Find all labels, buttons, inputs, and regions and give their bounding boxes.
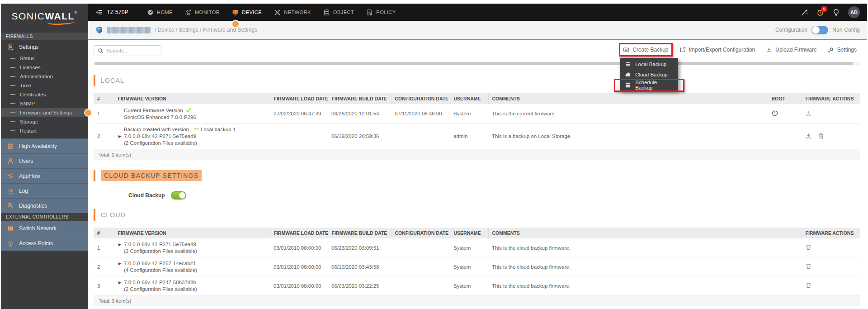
dash-icon <box>10 67 15 68</box>
menu-item-local-backup[interactable]: Local Backup <box>620 59 678 69</box>
search-icon <box>98 48 104 54</box>
delete-trash-icon[interactable] <box>805 263 812 270</box>
backup-tag-dash-icon <box>194 128 198 130</box>
search-input[interactable] <box>106 48 157 53</box>
cloud-backup-toggle-label: Cloud Backup <box>128 192 165 199</box>
sidebar-item-label: Settings <box>19 44 38 50</box>
search-box[interactable] <box>94 45 161 56</box>
upload-firmware-icon <box>766 47 772 53</box>
dash-icon <box>10 112 15 113</box>
menu-item-label: Schedule Backup <box>635 80 674 90</box>
notifications-alarm-icon[interactable]: 9 <box>816 9 824 16</box>
sidebar-item-diagnostics[interactable]: Diagnostics <box>1 198 88 213</box>
configuration-label: Configuration <box>775 27 807 33</box>
download-firmware-icon[interactable] <box>805 133 812 139</box>
annotation-click-dot-device <box>232 21 239 27</box>
menu-item-schedule-backup[interactable]: Schedule Backup <box>620 80 678 90</box>
nav-item-label: OBJECT <box>333 10 354 15</box>
expand-row-icon[interactable]: ▶ <box>118 134 121 138</box>
network-icon <box>274 9 281 16</box>
username: System <box>450 257 488 276</box>
configuration-files-available: (3 Configuration Files available) <box>124 248 266 254</box>
create-backup-button[interactable]: Create Backup Local Backup Cloud Backup <box>623 47 668 53</box>
expand-row-icon[interactable]: ▶ <box>118 280 121 285</box>
dash-icon <box>10 130 15 131</box>
delete-trash-icon[interactable] <box>805 244 812 251</box>
nav-item-network[interactable]: NETWORK <box>274 9 311 16</box>
upload-firmware-button[interactable]: Upload Firmware <box>766 47 816 53</box>
row-number: 2 <box>94 257 114 276</box>
configuration-date <box>391 257 450 276</box>
expand-row-icon[interactable]: ▶ <box>118 261 121 266</box>
sidebar-item-snmp[interactable]: SNMP <box>1 99 88 108</box>
config-mode-toggle[interactable] <box>811 26 828 34</box>
backup-tag-label: Local backup 1 <box>201 127 236 132</box>
device-name[interactable]: TZ 570P <box>95 9 128 16</box>
firmware-build-date: 06/03/2020 03:22:25 <box>328 276 391 295</box>
sidebar-item-administration[interactable]: Administration <box>1 72 88 81</box>
collapse-menu-icon[interactable] <box>95 9 103 16</box>
breadcrumb-bar: / Device / Settings / Firmware and Setti… <box>88 21 867 40</box>
table-row: 1 Current Firmware Version SonicOS Enhan… <box>94 104 860 124</box>
lightbulb-icon[interactable] <box>832 9 840 16</box>
sidebar-item-storage[interactable]: Storage <box>1 117 88 126</box>
logo-text-sonic: SONIC <box>11 11 45 21</box>
high-availability-icon <box>7 143 14 150</box>
nav-item-home[interactable]: HOME <box>147 9 173 16</box>
sidebar-item-access-points[interactable]: Access Points <box>1 236 88 251</box>
table-header-row: # FIRMWARE VERSION FIRMWARE LOAD DATE FI… <box>94 93 860 104</box>
sidebar-item-settings[interactable]: Settings <box>1 40 88 54</box>
appflow-icon <box>7 172 14 180</box>
menu-item-label: Cloud Backup <box>635 72 668 77</box>
username: admin <box>450 124 488 149</box>
boot-cell <box>768 124 802 149</box>
delete-trash-icon[interactable] <box>818 133 825 139</box>
row-number: 3 <box>94 276 114 295</box>
nav-item-object[interactable]: OBJECT <box>323 9 354 16</box>
nav-item-policy[interactable]: POLICY <box>366 9 396 16</box>
sidebar-item-certificates[interactable]: Certificates <box>1 90 88 99</box>
toolbar: Create Backup Local Backup Cloud Backup <box>94 45 860 58</box>
scrollbar-thumb[interactable] <box>94 62 853 65</box>
column-header: FIRMWARE BUILD DATE <box>328 228 391 238</box>
sidebar-item-label: Users <box>19 158 33 164</box>
nav-item-label: NETWORK <box>284 10 311 15</box>
column-header: FIRMWARE VERSION <box>114 93 270 104</box>
firmware-load-date: 03/01/2010 08:00:00 <box>270 257 328 276</box>
menu-item-cloud-backup[interactable]: Cloud Backup <box>620 69 678 80</box>
cloud-backup-toggle[interactable] <box>171 191 186 200</box>
sidebar-item-users[interactable]: Users <box>1 153 88 168</box>
sidebar-item-log[interactable]: Log <box>1 183 88 198</box>
import-export-configuration-button[interactable]: Import/Export Configuration <box>679 47 755 53</box>
download-firmware-icon[interactable] <box>805 110 812 117</box>
diagnostics-icon <box>7 202 14 209</box>
nav-item-device[interactable]: DEVICE <box>232 9 262 16</box>
wizard-wand-icon[interactable] <box>801 9 808 16</box>
expand-row-icon[interactable]: ▶ <box>118 242 121 247</box>
sidebar-item-licenses[interactable]: Licenses <box>1 63 88 72</box>
user-avatar[interactable]: AD <box>848 6 860 18</box>
cloud-icon <box>625 71 631 78</box>
row-number: 1 <box>94 104 114 124</box>
delete-trash-icon[interactable] <box>805 282 812 289</box>
sidebar-item-label: Restart <box>20 128 37 133</box>
configuration-files-available: (4 Configuration Files available) <box>124 267 266 273</box>
column-header: FIRMWARE VERSION <box>114 228 270 238</box>
nav-item-monitor[interactable]: MONITOR <box>185 9 220 16</box>
sidebar-item-status[interactable]: Status <box>1 54 88 63</box>
sidebar-item-restart[interactable]: Restart <box>1 126 88 135</box>
settings-button[interactable]: Settings <box>828 47 857 53</box>
sidebar-item-firmware-and-settings[interactable]: Firmware and Settings <box>1 108 88 117</box>
boot-power-icon[interactable] <box>771 109 778 117</box>
sidebar-item-time[interactable]: Time <box>1 81 88 90</box>
column-header: USERNAME <box>450 93 488 104</box>
firmware-version-detail: 7.0.0.0-66v-42-P247-58b37d8b <box>124 280 196 285</box>
nav-item-label: POLICY <box>376 10 396 15</box>
sidebar-item-high-availability[interactable]: High Availability <box>1 138 88 153</box>
dash-icon <box>10 94 15 95</box>
table-row: 3 ▶7.0.0.0-66v-42-P247-58b37d8b (2 Confi… <box>94 276 860 295</box>
sidebar-item-label: Firmware and Settings <box>20 110 72 115</box>
sidebar-item-switch-network[interactable]: Switch Network <box>1 221 88 236</box>
sidebar-item-appflow[interactable]: AppFlow <box>1 168 88 183</box>
object-icon <box>323 9 330 16</box>
